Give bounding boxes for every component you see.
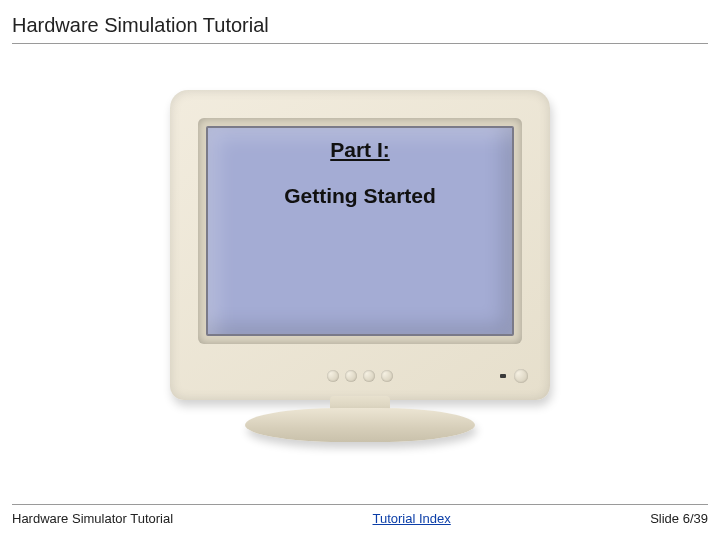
slide-title: Hardware Simulation Tutorial: [12, 14, 708, 37]
monitor-base: [245, 408, 475, 442]
slide-header: Hardware Simulation Tutorial: [12, 14, 708, 44]
knob-icon: [381, 370, 393, 382]
part-label: Part I:: [330, 138, 390, 162]
screen-text-block: Part I: Getting Started: [0, 138, 720, 208]
monitor-shell: [170, 90, 550, 400]
power-button-icon: [514, 369, 528, 383]
knob-icon: [327, 370, 339, 382]
slide-counter: Slide 6/39: [650, 511, 708, 526]
slide: Hardware Simulation Tutorial Part I: Get…: [0, 0, 720, 540]
slide-footer: Hardware Simulator Tutorial Tutorial Ind…: [12, 504, 708, 526]
monitor-controls: [327, 370, 393, 382]
part-subtitle: Getting Started: [0, 184, 720, 208]
knob-icon: [363, 370, 375, 382]
footer-left: Hardware Simulator Tutorial: [12, 511, 173, 526]
knob-icon: [345, 370, 357, 382]
power-light-icon: [500, 374, 506, 378]
tutorial-index-link[interactable]: Tutorial Index: [373, 511, 451, 526]
